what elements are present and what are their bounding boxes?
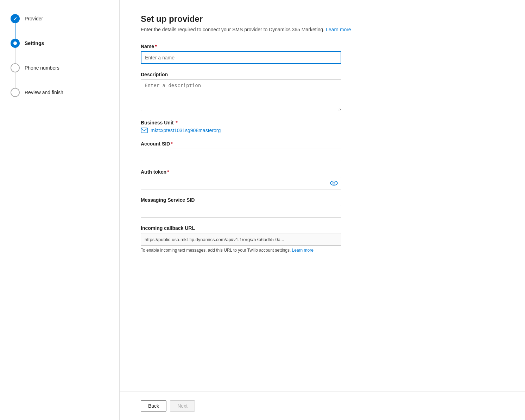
callback-url-input[interactable] <box>141 233 341 246</box>
page-title: Set up provider <box>141 14 504 24</box>
step-label-phone: Phone numbers <box>25 65 59 71</box>
step-provider: ✓ Provider <box>11 14 109 23</box>
auth-token-input[interactable] <box>141 177 341 189</box>
account-sid-input[interactable] <box>141 149 341 161</box>
svg-point-1 <box>330 181 337 185</box>
step-circle-review <box>11 88 20 97</box>
business-unit-group: Business Unit * mktcxptest1031sg908maste… <box>141 120 504 133</box>
page-wrapper: Set up provider Enter the details requir… <box>120 0 525 420</box>
callback-learn-more-link[interactable]: Learn more <box>292 248 314 253</box>
business-unit-icon <box>141 128 148 133</box>
auth-token-label: Auth token* <box>141 169 504 175</box>
step-label-provider: Provider <box>25 16 43 21</box>
step-label-review: Review and finish <box>25 90 63 95</box>
name-input[interactable] <box>141 51 341 64</box>
messaging-service-sid-input[interactable] <box>141 205 341 218</box>
business-unit-value: mktcxptest1031sg908masterorg <box>151 128 221 133</box>
show-password-icon[interactable] <box>330 181 338 186</box>
name-required-star: * <box>155 44 157 49</box>
name-label: Name* <box>141 44 504 49</box>
step-circle-phone <box>11 63 20 72</box>
callback-help-text: To enable incoming text messages, add th… <box>141 248 341 253</box>
callback-url-group: Incoming callback URL To enable incoming… <box>141 225 504 253</box>
auth-token-wrapper <box>141 177 341 189</box>
callback-url-label: Incoming callback URL <box>141 225 504 231</box>
messaging-service-sid-label: Messaging Service SID <box>141 197 504 203</box>
step-circle-settings <box>11 39 20 48</box>
subtitle-text: Enter the details required to connect yo… <box>141 27 324 32</box>
page-subtitle: Enter the details required to connect yo… <box>141 27 504 32</box>
footer: Back Next <box>120 392 525 420</box>
check-icon: ✓ <box>13 17 17 21</box>
back-button[interactable]: Back <box>141 400 166 412</box>
description-textarea[interactable] <box>141 79 341 111</box>
business-unit-display[interactable]: mktcxptest1031sg908masterorg <box>141 128 504 133</box>
account-sid-group: Account SID* <box>141 141 504 161</box>
step-phone-numbers: Phone numbers <box>11 63 109 72</box>
subtitle-learn-more-link[interactable]: Learn more <box>326 27 351 32</box>
sidebar: ✓ Provider Settings Phone numbers Review… <box>0 0 120 420</box>
svg-rect-0 <box>141 128 147 133</box>
auth-token-group: Auth token* <box>141 169 504 189</box>
business-unit-required: * <box>174 120 177 125</box>
connector-2 <box>15 48 15 63</box>
messaging-service-sid-group: Messaging Service SID <box>141 197 504 218</box>
connector-3 <box>15 72 15 88</box>
description-field-group: Description <box>141 72 504 112</box>
step-circle-provider: ✓ <box>11 14 20 23</box>
next-button[interactable]: Next <box>170 400 195 412</box>
main-content: Set up provider Enter the details requir… <box>120 0 525 392</box>
connector-1 <box>15 23 15 39</box>
svg-point-2 <box>333 182 335 184</box>
auth-token-required: * <box>167 169 169 175</box>
business-unit-label: Business Unit * <box>141 120 504 125</box>
step-settings: Settings <box>11 39 109 48</box>
step-label-settings: Settings <box>25 40 44 46</box>
description-label: Description <box>141 72 504 77</box>
name-field-group: Name* <box>141 44 504 64</box>
account-sid-required: * <box>171 141 172 147</box>
step-review: Review and finish <box>11 88 109 97</box>
account-sid-label: Account SID* <box>141 141 504 147</box>
